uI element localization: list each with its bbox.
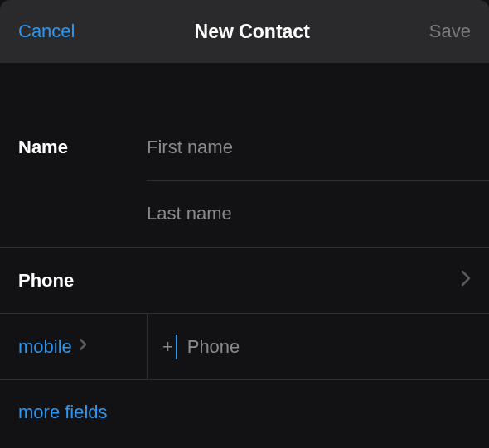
phone-entry-row: mobile +: [0, 314, 489, 380]
form-content: Name Phone mobile + more fields: [0, 63, 489, 445]
more-fields-button[interactable]: more fields: [18, 402, 108, 423]
name-section-label: Name: [18, 137, 68, 157]
chevron-right-icon: [461, 270, 471, 291]
phone-type-selector[interactable]: mobile: [18, 336, 147, 358]
phone-type-label: mobile: [18, 336, 72, 358]
last-name-input[interactable]: [147, 203, 471, 224]
first-name-input[interactable]: [147, 137, 471, 158]
phone-section-label: Phone: [18, 270, 74, 291]
phone-input[interactable]: [187, 336, 489, 358]
header-bar: Cancel New Contact Save: [0, 0, 489, 63]
phone-section-header[interactable]: Phone: [0, 248, 489, 314]
chevron-right-icon: [79, 338, 87, 355]
first-name-row: Name: [0, 114, 489, 181]
save-button[interactable]: Save: [429, 21, 471, 42]
page-title: New Contact: [195, 21, 310, 43]
text-cursor: [176, 335, 177, 359]
last-name-row: [0, 181, 489, 248]
phone-prefix: +: [162, 336, 173, 358]
more-fields-row: more fields: [0, 380, 489, 445]
cancel-button[interactable]: Cancel: [18, 21, 75, 42]
